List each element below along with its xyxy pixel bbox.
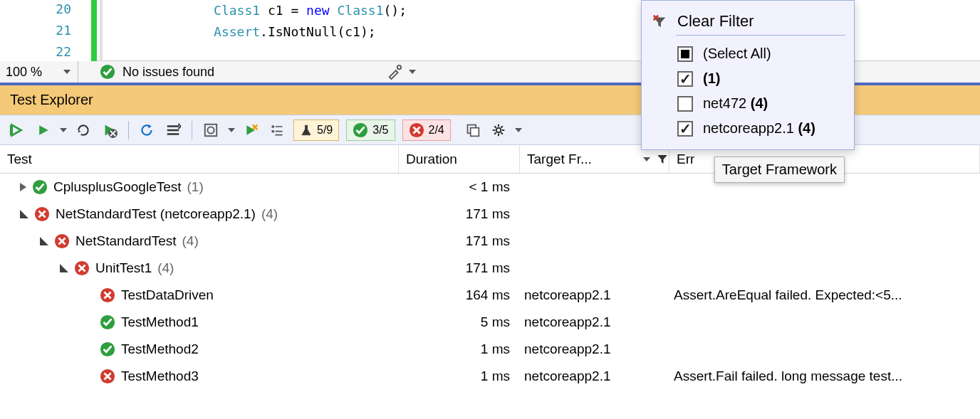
duration-cell: 1 ms xyxy=(399,368,520,384)
filter-option-label: (1) xyxy=(703,70,720,87)
code-body[interactable]: Class1 c1 = new Class1(); Assert.IsNotNu… xyxy=(121,0,407,43)
outline-bar xyxy=(100,0,103,61)
chevron-down-icon[interactable] xyxy=(409,70,416,74)
chevron-down-icon[interactable] xyxy=(515,128,522,132)
svg-point-1 xyxy=(397,65,402,70)
profile-button[interactable] xyxy=(201,120,221,140)
chevron-down-icon[interactable] xyxy=(643,157,650,161)
issues-indicator[interactable]: No issues found xyxy=(78,64,306,80)
settings-button[interactable] xyxy=(489,120,508,140)
filter-option[interactable]: (Select All) xyxy=(676,41,845,66)
col-test-header[interactable]: Test xyxy=(0,145,399,173)
svg-rect-2 xyxy=(10,124,12,135)
code-token: .IsNotNull(c1); xyxy=(260,24,376,39)
group-by-button[interactable] xyxy=(268,120,286,140)
clear-filter-button[interactable]: Clear Filter xyxy=(650,8,845,35)
panel-title: Test Explorer xyxy=(10,92,93,108)
code-token: new xyxy=(306,3,330,18)
svg-rect-7 xyxy=(272,130,274,132)
collapse-icon[interactable] xyxy=(20,210,28,218)
issues-text: No issues found xyxy=(123,65,214,80)
chevron-down-icon xyxy=(63,70,71,74)
tests-passed-counter[interactable]: 3/5 xyxy=(346,120,395,141)
collapse-icon[interactable] xyxy=(40,237,48,245)
test-row[interactable]: TestMethod21 msnetcoreapp2.1 xyxy=(0,336,980,363)
tests-total-counter[interactable]: 5/9 xyxy=(293,120,339,141)
check-circle-icon xyxy=(100,64,115,80)
change-indicator xyxy=(91,0,97,61)
test-name: TestMethod1 xyxy=(121,314,199,330)
check-circle-icon xyxy=(100,341,115,357)
x-circle-icon xyxy=(100,368,115,384)
run-all-button[interactable] xyxy=(7,120,27,140)
test-row[interactable]: UnitTest1 (4)171 ms xyxy=(0,255,980,282)
filter-option[interactable]: ✓ (1) xyxy=(676,66,845,91)
code-token: Assert xyxy=(214,24,260,39)
duration-cell: 171 ms xyxy=(399,233,520,249)
test-name: TestMethod2 xyxy=(121,341,199,357)
chevron-down-icon[interactable] xyxy=(228,128,235,132)
target-cell: netcoreapp2.1 xyxy=(520,314,669,330)
tests-failed-counter[interactable]: 2/4 xyxy=(402,120,451,141)
filter-option[interactable]: ✓netcoreapp2.1 (4) xyxy=(676,116,845,141)
test-row[interactable]: NetStandardTest (4)171 ms xyxy=(0,228,980,255)
code-token: Class1 xyxy=(330,3,384,18)
test-row[interactable]: TestDataDriven164 msnetcoreapp2.1Assert.… xyxy=(0,282,980,309)
run-after-build-button[interactable] xyxy=(242,120,261,140)
test-row[interactable]: TestMethod31 msnetcoreapp2.1Assert.Fail … xyxy=(0,363,980,390)
svg-rect-4 xyxy=(205,124,217,136)
open-log-button[interactable] xyxy=(464,120,482,140)
error-cell: Assert.AreEqual failed. Expected:<5... xyxy=(669,287,980,303)
test-name: TestMethod3 xyxy=(121,368,199,384)
line-number: 21 xyxy=(0,23,71,38)
playlist-button[interactable] xyxy=(163,120,183,140)
duration-cell: 164 ms xyxy=(399,287,520,303)
x-circle-icon xyxy=(74,260,90,276)
x-circle-icon xyxy=(100,287,115,303)
check-circle-icon xyxy=(32,179,48,195)
filter-icon[interactable] xyxy=(656,153,669,166)
test-count: (1) xyxy=(187,179,204,195)
separator xyxy=(192,121,192,139)
duration-cell: < 1 ms xyxy=(399,179,520,195)
counter-text: 3/5 xyxy=(372,124,388,137)
x-circle-icon xyxy=(34,206,50,222)
test-row[interactable]: NetStandardTest (netcoreapp2.1) (4)171 m… xyxy=(0,201,980,228)
code-token: Class1 xyxy=(214,3,260,18)
collapse-icon[interactable] xyxy=(60,264,68,272)
line-number: 22 xyxy=(0,44,71,59)
svg-point-5 xyxy=(207,127,214,133)
filter-option[interactable]: net472 (4) xyxy=(676,91,845,116)
check-circle-icon xyxy=(100,314,115,330)
check-circle-icon xyxy=(353,122,368,138)
repeat-button[interactable] xyxy=(74,120,93,140)
checkbox-icon xyxy=(677,96,693,112)
checkbox-icon: ✓ xyxy=(677,121,693,137)
expand-icon[interactable] xyxy=(20,183,26,191)
filter-option-label: (Select All) xyxy=(703,46,771,62)
zoom-dropdown[interactable]: 100 % xyxy=(0,61,78,83)
svg-rect-6 xyxy=(272,125,274,127)
filter-popup: Clear Filter (Select All)✓ (1)net472 (4)… xyxy=(641,0,855,150)
col-label: Target Fr... xyxy=(527,152,592,167)
brush-icon[interactable] xyxy=(385,62,405,82)
code-token: (); xyxy=(383,3,407,18)
test-count: (4) xyxy=(157,260,174,276)
test-row[interactable]: TestMethod15 msnetcoreapp2.1 xyxy=(0,309,980,336)
duration-cell: 171 ms xyxy=(399,206,520,222)
chevron-down-icon[interactable] xyxy=(60,128,67,132)
col-duration-header[interactable]: Duration xyxy=(399,145,520,173)
clear-filter-label: Clear Filter xyxy=(677,12,754,31)
run-button[interactable] xyxy=(34,120,53,140)
target-cell: netcoreapp2.1 xyxy=(520,341,669,357)
gear-icon xyxy=(491,123,506,137)
test-tree[interactable]: CplusplusGoogleTest (1)< 1 msNetStandard… xyxy=(0,174,980,390)
clear-filter-icon xyxy=(652,14,667,29)
filter-option-label: netcoreapp2.1 (4) xyxy=(703,120,815,137)
svg-point-12 xyxy=(496,127,501,132)
svg-rect-11 xyxy=(470,127,479,136)
refresh-button[interactable] xyxy=(137,120,156,140)
x-circle-icon xyxy=(409,122,424,138)
duration-cell: 171 ms xyxy=(399,260,520,276)
stop-button[interactable] xyxy=(100,120,120,140)
